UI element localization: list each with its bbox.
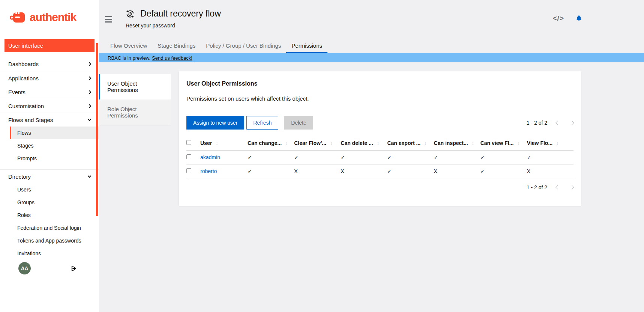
logout-icon[interactable] (71, 265, 77, 272)
chevron-right-icon (88, 62, 92, 66)
authentik-logo[interactable]: authentik (0, 0, 99, 24)
chevron-right-icon (88, 76, 92, 80)
api-drawer-icon[interactable]: </> (553, 14, 564, 23)
nav-spacer (0, 165, 99, 169)
permission-cell: ✓ (341, 150, 387, 164)
sidebar-item-tokens[interactable]: Tokens and App passwords (0, 234, 99, 247)
column-header: Clear Flow'... (294, 140, 326, 146)
tab-stage-bindings[interactable]: Stage Bindings (152, 39, 201, 53)
permission-cell: ✓ (248, 150, 294, 164)
sort-icon[interactable]: ↕ (216, 140, 218, 146)
sort-icon[interactable]: ↕ (424, 140, 427, 146)
tab-user-object-permissions[interactable]: User Object Permissions (99, 74, 171, 99)
page-header: Default recovery flow Reset your passwor… (99, 0, 644, 39)
permission-side-tabs: User Object Permissions Role Object Perm… (99, 74, 171, 125)
sidebar: authentik User interface Dashboards Appl… (0, 0, 99, 312)
permission-cell: X (434, 164, 480, 178)
tab-permissions[interactable]: Permissions (286, 39, 327, 53)
sort-icon[interactable]: ↕ (285, 140, 288, 146)
sidebar-nav: Dashboards Applications Events Customisa… (0, 57, 99, 260)
sidebar-item-label: Prompts (17, 155, 37, 161)
pagination-top: 1 - 2 of 2 (527, 120, 573, 126)
sidebar-user-row: AA (0, 262, 99, 274)
sidebar-item-customisation[interactable]: Customisation (0, 99, 99, 113)
pagination-label: 1 - 2 of 2 (527, 184, 547, 190)
sort-icon[interactable]: ↕ (556, 140, 559, 146)
sort-icon[interactable]: ↕ (472, 140, 474, 146)
row-checkbox[interactable] (186, 168, 191, 173)
column-header: View Flo... (527, 140, 552, 146)
sidebar-item-flows[interactable]: Flows (10, 127, 99, 139)
table-row: roberto ✓ X X ✓ X ✓ X (186, 164, 573, 178)
sidebar-item-directory[interactable]: Directory (0, 169, 99, 183)
chevron-down-icon (88, 174, 92, 178)
permission-cell: ✓ (387, 150, 434, 164)
sidebar-item-groups[interactable]: Groups (0, 196, 99, 209)
avatar[interactable]: AA (18, 262, 31, 274)
sidebar-item-user-interface[interactable]: User interface (5, 39, 95, 52)
pagination-label: 1 - 2 of 2 (527, 120, 547, 126)
menu-toggle-icon[interactable] (105, 16, 112, 24)
sidebar-item-invitations[interactable]: Invitations (0, 247, 99, 260)
tab-policy-group-user-bindings[interactable]: Policy / Group / User Bindings (201, 39, 286, 53)
column-header: Can view Fl... (480, 140, 514, 146)
permissions-table: User↕ Can change...↕ Clear Flow'...↕ Can… (186, 136, 573, 178)
sidebar-item-label: Dashboards (8, 61, 39, 67)
sidebar-item-dashboards[interactable]: Dashboards (0, 57, 99, 71)
page-subtitle: Reset your password (126, 23, 221, 29)
permission-cell: ✓ (480, 150, 527, 164)
sort-icon[interactable]: ↕ (377, 140, 380, 146)
chevron-down-icon (88, 117, 92, 121)
title-block: Default recovery flow Reset your passwor… (126, 9, 221, 29)
sidebar-item-roles[interactable]: Roles (0, 209, 99, 222)
sort-icon[interactable]: ↕ (330, 140, 333, 146)
permission-cell: ✓ (480, 164, 527, 178)
sidebar-item-federation[interactable]: Federation and Social login (0, 222, 99, 234)
sidebar-accent-bar (96, 43, 98, 216)
refresh-button[interactable]: Refresh (246, 116, 278, 130)
sort-icon[interactable]: ↕ (517, 140, 520, 146)
sidebar-item-label: Invitations (17, 250, 41, 256)
authentik-logo-icon (10, 11, 27, 24)
sidebar-item-label: Flows (17, 130, 31, 136)
user-link[interactable]: akadmin (200, 154, 220, 160)
permission-cell: X (294, 164, 341, 178)
pagination-next-icon[interactable] (570, 121, 574, 125)
assign-to-new-user-button[interactable]: Assign to new user (186, 116, 244, 130)
sidebar-item-stages[interactable]: Stages (0, 139, 99, 152)
row-checkbox[interactable] (186, 154, 191, 159)
card-description: Permissions set on users which affect th… (186, 95, 573, 102)
permissions-card: User Object Permissions Permissions set … (179, 71, 581, 206)
card-title: User Object Permissions (186, 80, 573, 87)
page-title: Default recovery flow (140, 9, 221, 19)
delete-button[interactable]: Delete (284, 116, 313, 130)
sidebar-item-label: Groups (17, 199, 35, 205)
flow-icon (126, 9, 135, 18)
pagination-next-icon[interactable] (570, 185, 574, 189)
notifications-bell-icon[interactable] (575, 15, 582, 22)
sidebar-item-label: Applications (8, 75, 39, 81)
permission-cell: ✓ (248, 164, 294, 178)
sidebar-item-applications[interactable]: Applications (0, 71, 99, 85)
pagination-prev-icon[interactable] (555, 121, 560, 125)
sidebar-item-flows-and-stages[interactable]: Flows and Stages (0, 113, 99, 127)
sidebar-item-label: Roles (17, 212, 31, 218)
permission-cell: ✓ (294, 150, 341, 164)
sidebar-item-label: Flows and Stages (8, 117, 53, 123)
column-header: User (200, 140, 212, 146)
column-header: Can change... (248, 140, 282, 146)
sidebar-item-events[interactable]: Events (0, 85, 99, 99)
table-row: akadmin ✓ ✓ ✓ ✓ ✓ ✓ ✓ (186, 150, 573, 164)
sidebar-item-label: Customisation (8, 103, 44, 109)
feedback-link[interactable]: Send us feedback! (152, 55, 192, 61)
select-all-checkbox[interactable] (186, 140, 191, 145)
sidebar-item-label: Federation and Social login (17, 225, 81, 231)
user-link[interactable]: roberto (200, 168, 217, 174)
page-tabs: Flow Overview Stage Bindings Policy / Gr… (99, 39, 644, 53)
tab-flow-overview[interactable]: Flow Overview (105, 39, 152, 53)
app-root: authentik User interface Dashboards Appl… (0, 0, 644, 312)
sidebar-item-prompts[interactable]: Prompts (0, 152, 99, 165)
tab-role-object-permissions[interactable]: Role Object Permissions (99, 99, 171, 125)
pagination-prev-icon[interactable] (555, 185, 560, 189)
sidebar-item-users[interactable]: Users (0, 183, 99, 196)
